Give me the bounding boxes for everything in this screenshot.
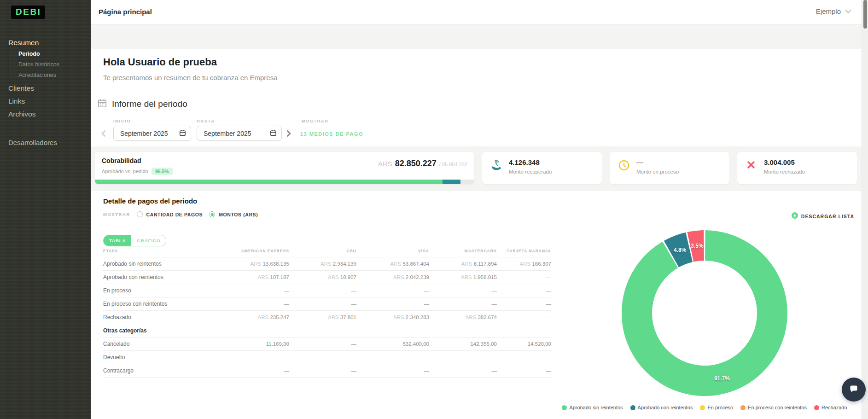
payments-table-body: Aprobado sin reintentosARS 13.638.135ARS…: [103, 257, 551, 378]
cobrabilidad-subtitle-row: Aprobado vs. pedido 96.5%: [102, 168, 173, 175]
cobrabilidad-card: Cobrabilidad Aprobado vs. pedido 96.5% A…: [95, 152, 474, 184]
in-process-amount-card: — Monto en proceso: [610, 152, 729, 184]
table-column-header: MASTERCARD: [429, 246, 497, 257]
period-report-panel: Hola Usuario de prueba Te presentamos un…: [91, 49, 868, 146]
payments-table: ETAPAAMERICAN EXPRESSCBUVISAMASTERCARDTA…: [103, 246, 551, 378]
payments-donut-chart: 91.7%4.8%3.5%: [617, 226, 792, 401]
donut-slice-label: 91.7%: [714, 375, 730, 382]
stat-content: 4.126.348 Monto recuperado: [509, 158, 552, 178]
debi-logo: DEBI: [11, 6, 45, 19]
in-process-amount-value: —: [636, 158, 679, 166]
table-row: Aprobado con reintentosARS 107.187ARS 18…: [103, 271, 551, 284]
payments-detail-title: Detalle de pagos del periodo: [103, 197, 197, 205]
legend-item: En proceso: [700, 405, 733, 410]
table-row: Cancelado11.169,00—532.400,00142.355,001…: [103, 338, 551, 351]
app-root: DEBI Resumen Periodo Datos históricos Ac…: [0, 0, 868, 419]
next-period-chevron[interactable]: [285, 130, 293, 137]
sidebar: DEBI Resumen Periodo Datos históricos Ac…: [0, 0, 91, 419]
chevron-down-icon: [845, 7, 851, 15]
mostrar-label: MOSTRAR: [302, 118, 329, 123]
table-header-row: ETAPAAMERICAN EXPRESSCBUVISAMASTERCARDTA…: [103, 246, 551, 257]
radio-icon: [137, 211, 143, 217]
currency-label: ARS: [378, 160, 392, 168]
period-start-input[interactable]: September 2025: [113, 126, 191, 141]
sidebar-item-acreditaciones[interactable]: Acreditaciones: [18, 72, 56, 78]
rejected-amount-label: Monto rechazado: [764, 169, 805, 175]
approval-rate-badge: 96.5%: [151, 168, 173, 175]
rejected-amount-card: 3.004.005 Monto rechazado: [737, 152, 857, 184]
in-process-amount-label: Monto en proceso: [636, 169, 679, 175]
period-end-input[interactable]: September 2025: [197, 126, 282, 141]
hand-coins-icon: $: [490, 159, 503, 172]
sidebar-item-datos-historicos[interactable]: Datos históricos: [18, 61, 59, 68]
table-row: RechazadoARS 235.247ARS 37.801ARS 2.348.…: [103, 311, 551, 324]
table-row: Contracargo—————: [103, 364, 551, 378]
svg-text:$: $: [495, 159, 497, 164]
period-end-value: September 2025: [204, 130, 251, 137]
payments-detail-panel: Detalle de pagos del periodo MOSTRAR CAN…: [91, 191, 868, 419]
table-chart-toggle: TABLA GRÁFICO: [103, 235, 166, 246]
legend-item: Rechazado: [814, 405, 847, 410]
requested-amount: / 85.854.232: [439, 162, 467, 167]
sidebar-item-desarrolladores[interactable]: Desarrolladores: [8, 139, 57, 146]
sidebar-item-clientes[interactable]: Clientes: [8, 84, 34, 93]
sidebar-item-resumen[interactable]: Resumen: [8, 39, 39, 47]
sidebar-item-links[interactable]: Links: [8, 97, 25, 105]
table-row: En proceso con reintentos—————: [103, 297, 551, 311]
radio-cantidad-de-pagos[interactable]: CANTIDAD DE PAGOS: [137, 211, 203, 217]
cobrabilidad-progress-bar: [95, 180, 474, 184]
toggle-tabla[interactable]: TABLA: [104, 235, 131, 246]
table-column-header: VISA: [356, 246, 429, 257]
radio-montos-ars[interactable]: MONTOS (ARS): [209, 211, 258, 217]
table-column-header: CBU: [289, 246, 356, 257]
cobrabilidad-progress-approved: [95, 180, 443, 184]
donut-slice-label: 4.8%: [674, 247, 687, 253]
recovered-amount-label: Monto recuperado: [509, 169, 552, 175]
table-column-header: ETAPA: [103, 246, 223, 257]
cobrabilidad-progress-retry: [443, 180, 461, 184]
legend-item: Aprobado sin reintentos: [562, 405, 623, 410]
table-row: Devuelto—————: [103, 351, 551, 364]
legend-dot-icon: [740, 405, 746, 410]
clock-icon: [618, 159, 630, 172]
inicio-label: INICIO: [113, 118, 131, 123]
period-report-header: Informe del periodo: [97, 98, 187, 110]
chat-launcher-button[interactable]: [842, 378, 866, 402]
donut-slice-0: [637, 245, 772, 381]
scrollbar-thumb[interactable]: [863, 0, 867, 29]
greeting-subtitle: Te presentamos un resumen de tu cobranza…: [103, 74, 278, 81]
chat-bubble-icon: [848, 383, 859, 396]
payment-methods-link[interactable]: 13 MEDIOS DE PAGO: [300, 131, 363, 137]
calendar-picker-icon: [270, 129, 277, 138]
download-list-button[interactable]: DESCARGAR LISTA: [792, 212, 854, 221]
account-menu[interactable]: Ejemplo: [816, 7, 851, 15]
calendar-icon: [97, 98, 107, 110]
previous-period-chevron[interactable]: [100, 130, 108, 137]
rejected-amount-value: 3.004.005: [764, 158, 805, 166]
donut-slice-label: 3.5%: [691, 243, 704, 249]
table-row: Aprobado sin reintentosARS 13.638.135ARS…: [103, 257, 551, 271]
hasta-label: HASTA: [197, 118, 215, 123]
table-column-header: TARJETA NARANJA: [497, 246, 551, 257]
table-column-header: AMERICAN EXPRESS: [223, 246, 289, 257]
legend-item: En proceso con reintentos: [740, 405, 807, 410]
period-report-title: Informe del periodo: [112, 99, 187, 109]
display-mode-controls: MOSTRAR CANTIDAD DE PAGOS MONTOS (ARS): [103, 211, 258, 217]
cobrabilidad-subtitle: Aprobado vs. pedido: [102, 169, 148, 174]
legend-dot-icon: [700, 405, 705, 410]
cobrabilidad-amount: ARS 82.850.227 / 85.854.232: [378, 159, 467, 169]
cobrabilidad-title: Cobrabilidad: [102, 157, 141, 164]
download-icon: [792, 212, 798, 221]
greeting-title: Hola Usuario de prueba: [103, 56, 217, 68]
sidebar-item-periodo[interactable]: Periodo: [18, 51, 40, 57]
mostrar-label: MOSTRAR: [103, 212, 130, 217]
chart-legend: Aprobado sin reintentosAprobado con rein…: [566, 405, 843, 410]
approved-amount: 82.850.227: [395, 159, 437, 169]
x-icon: [746, 159, 758, 172]
scrollbar-track[interactable]: [862, 0, 868, 419]
toggle-grafico[interactable]: GRÁFICO: [131, 235, 166, 246]
account-name: Ejemplo: [816, 7, 841, 15]
table-row: En proceso—————: [103, 284, 551, 297]
sidebar-item-archivos[interactable]: Archivos: [8, 110, 35, 118]
table-section-row: Otras categorías: [103, 324, 551, 338]
